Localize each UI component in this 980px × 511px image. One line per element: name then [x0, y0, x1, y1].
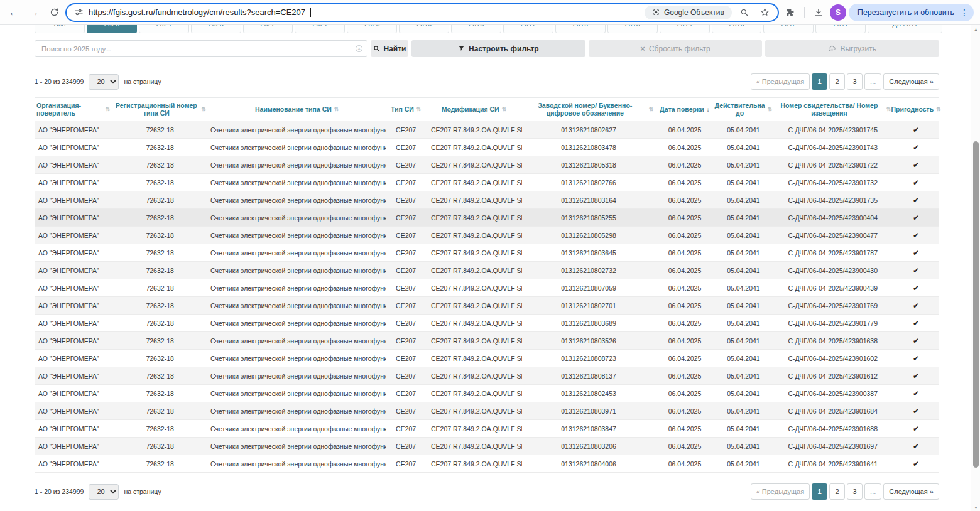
column-header-name[interactable]: Наименование типа СИ⇅	[208, 98, 386, 121]
column-header-mod[interactable]: Модификация СИ⇅	[426, 98, 522, 121]
column-header-cert[interactable]: Номер свидетельства/ Номер извещения⇅	[773, 98, 893, 121]
tab-year-2024[interactable]: 2024	[139, 25, 189, 33]
page-button-2[interactable]: 2	[829, 483, 845, 500]
next-page-button[interactable]: Следующая »	[883, 73, 939, 90]
cell-name: Счетчики электрической энергии однофазны…	[208, 350, 386, 367]
page-button-2[interactable]: 2	[829, 73, 845, 90]
reset-filter-button[interactable]: × Сбросить фильтр	[589, 40, 763, 57]
relaunch-update-button[interactable]: Перезапустить и обновить ⋮	[849, 4, 974, 21]
tab-year-2023[interactable]: 2023	[191, 25, 241, 33]
cell-cert: С-ДЧГ/06-04-2025/423901735	[773, 191, 893, 209]
sort-icon[interactable]: ⇅	[106, 106, 111, 112]
column-header-org[interactable]: Организация-поверитель⇅	[35, 98, 112, 121]
scroll-up-arrow[interactable]: ▲	[971, 27, 980, 31]
table-row[interactable]: АО "ЭНЕРГОМЕРА"72632-18Счетчики электрич…	[35, 455, 939, 473]
address-bar[interactable]: https://fgis.gost.ru/fundmetrology/cm/re…	[65, 3, 779, 22]
tab-year-2017[interactable]: 2017	[503, 25, 553, 33]
sort-icon[interactable]: ⇅	[886, 106, 891, 112]
sort-icon[interactable]: ⇅	[649, 106, 654, 112]
next-page-button[interactable]: Следующая »	[883, 483, 939, 500]
vertical-scrollbar[interactable]: ▲ ▼	[971, 25, 980, 511]
page-button-1[interactable]: 1	[812, 73, 827, 90]
page-button-1[interactable]: 1	[812, 483, 827, 500]
table-row[interactable]: АО "ЭНЕРГОМЕРА"72632-18Счетчики электрич…	[35, 209, 939, 227]
extensions-icon[interactable]	[781, 4, 799, 21]
table-row[interactable]: АО "ЭНЕРГОМЕРА"72632-18Счетчики электрич…	[35, 244, 939, 262]
scrollbar-thumb[interactable]	[973, 141, 979, 468]
cell-serial: 013126210808723	[522, 350, 655, 367]
column-header-date[interactable]: Дата поверки↓	[655, 98, 714, 121]
back-button[interactable]: ←	[5, 4, 23, 21]
page-ellipsis[interactable]: ...	[864, 73, 881, 90]
tab-year-До 2011[interactable]: До 2011	[868, 25, 942, 33]
prev-page-button[interactable]: « Предыдущая	[751, 73, 810, 90]
table-row[interactable]: АО "ЭНЕРГОМЕРА"72632-18Счетчики электрич…	[35, 121, 939, 139]
tab-year-2022[interactable]: 2022	[243, 25, 293, 33]
tab-year-2025[interactable]: 2025	[87, 25, 137, 33]
table-row[interactable]: АО "ЭНЕРГОМЕРА"72632-18Счетчики электрич…	[35, 227, 939, 244]
sort-icon[interactable]: ⇅	[334, 106, 339, 112]
reload-button[interactable]	[45, 4, 63, 21]
table-row[interactable]: АО "ЭНЕРГОМЕРА"72632-18Счетчики электрич…	[35, 315, 939, 332]
prev-page-button[interactable]: « Предыдущая	[751, 483, 810, 500]
find-button[interactable]: Найти	[371, 40, 408, 57]
sort-icon[interactable]: ⇅	[936, 106, 941, 112]
export-button[interactable]: Выгрузить	[765, 40, 939, 57]
sort-icon[interactable]: ⇅	[502, 106, 507, 112]
table-row[interactable]: АО "ЭНЕРГОМЕРА"72632-18Счетчики электрич…	[35, 262, 939, 279]
configure-filter-button[interactable]: Настроить фильтр	[411, 40, 585, 57]
table-row[interactable]: АО "ЭНЕРГОМЕРА"72632-18Счетчики электрич…	[35, 420, 939, 438]
tab-year-2015[interactable]: 2015	[607, 25, 658, 33]
tab-year-2019[interactable]: 2019	[399, 25, 449, 33]
clear-search-icon[interactable]: ×	[356, 45, 362, 52]
search-icon[interactable]	[737, 8, 752, 17]
table-row[interactable]: АО "ЭНЕРГОМЕРА"72632-18Счетчики электрич…	[35, 438, 939, 455]
table-row[interactable]: АО "ЭНЕРГОМЕРА"72632-18Счетчики электрич…	[35, 385, 939, 402]
table-row[interactable]: АО "ЭНЕРГОМЕРА"72632-18Счетчики электрич…	[35, 402, 939, 420]
google-lens-button[interactable]: Google Объектив	[645, 6, 732, 19]
column-header-fit[interactable]: Пригодность⇅	[893, 98, 939, 121]
page-ellipsis[interactable]: ...	[864, 483, 881, 500]
table-row[interactable]: АО "ЭНЕРГОМЕРА"72632-18Счетчики электрич…	[35, 367, 939, 385]
table-row[interactable]: АО "ЭНЕРГОМЕРА"72632-18Счетчики электрич…	[35, 191, 939, 209]
tab-year-2014[interactable]: 2014	[660, 25, 710, 33]
sort-icon[interactable]: ⇅	[202, 106, 207, 112]
scroll-down-arrow[interactable]: ▼	[971, 505, 980, 510]
page-button-3[interactable]: 3	[847, 73, 863, 90]
menu-kebab-icon[interactable]: ⋮	[960, 8, 969, 18]
sort-icon[interactable]: ⇅	[768, 106, 773, 112]
search-input[interactable]	[35, 40, 368, 57]
table-row[interactable]: АО "ЭНЕРГОМЕРА"72632-18Счетчики электрич…	[35, 139, 939, 156]
tab-year-2013[interactable]: 2013	[712, 25, 762, 33]
tab-year-2011[interactable]: 2011	[815, 25, 866, 33]
tab-year-Все[interactable]: Все	[35, 25, 85, 33]
table-row[interactable]: АО "ЭНЕРГОМЕРА"72632-18Счетчики электрич…	[35, 279, 939, 297]
url-text[interactable]: https://fgis.gost.ru/fundmetrology/cm/re…	[89, 8, 305, 17]
bookmark-star-icon[interactable]	[757, 8, 773, 17]
table-row[interactable]: АО "ЭНЕРГОМЕРА"72632-18Счетчики электрич…	[35, 174, 939, 191]
tab-year-2018[interactable]: 2018	[451, 25, 501, 33]
tab-year-2012[interactable]: 2012	[763, 25, 814, 33]
forward-button[interactable]: →	[25, 4, 43, 21]
table-row[interactable]: АО "ЭНЕРГОМЕРА"72632-18Счетчики электрич…	[35, 297, 939, 315]
column-header-reg[interactable]: Регистрационный номер типа СИ⇅	[112, 98, 208, 121]
sort-icon[interactable]: ⇅	[416, 106, 422, 112]
column-header-type[interactable]: Тип СИ⇅	[386, 98, 426, 121]
sort-desc-icon[interactable]: ↓	[707, 106, 710, 113]
tab-year-2021[interactable]: 2021	[295, 25, 345, 33]
table-row[interactable]: АО "ЭНЕРГОМЕРА"72632-18Счетчики электрич…	[35, 350, 939, 367]
cell-name: Счетчики электрической энергии однофазны…	[208, 332, 386, 350]
tab-year-2016[interactable]: 2016	[555, 25, 606, 33]
cell-org: АО "ЭНЕРГОМЕРА"	[35, 332, 112, 350]
per-page-select[interactable]: 20	[89, 74, 119, 90]
page-button-3[interactable]: 3	[847, 483, 863, 500]
profile-avatar[interactable]: S	[830, 4, 846, 21]
download-icon[interactable]	[810, 4, 827, 21]
column-header-valid[interactable]: Действительна до⇅	[714, 98, 773, 121]
per-page-select[interactable]: 20	[89, 484, 119, 500]
table-row[interactable]: АО "ЭНЕРГОМЕРА"72632-18Счетчики электрич…	[35, 332, 939, 350]
tab-year-2020[interactable]: 2020	[347, 25, 397, 33]
table-row[interactable]: АО "ЭНЕРГОМЕРА"72632-18Счетчики электрич…	[35, 156, 939, 174]
site-settings-icon[interactable]	[74, 8, 84, 17]
column-header-serial[interactable]: Заводской номер/ Буквенно-цифровое обозн…	[522, 98, 655, 121]
